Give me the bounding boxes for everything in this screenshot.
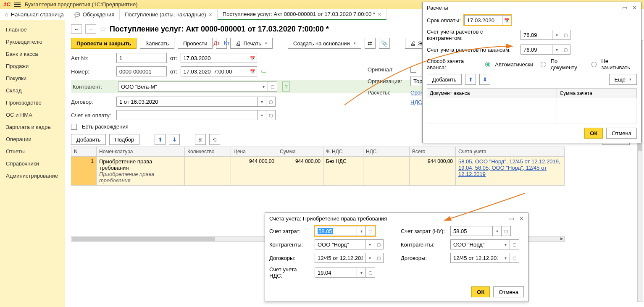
open-icon[interactable]: ▢: [374, 253, 384, 263]
add-row-button[interactable]: Добавить: [71, 134, 106, 145]
move-up-button[interactable]: ⬆: [465, 74, 476, 85]
dropdown-icon[interactable]: ▾: [257, 110, 266, 120]
dropdown-icon[interactable]: ▾: [365, 253, 374, 263]
open-icon[interactable]: ▢: [510, 253, 519, 263]
open-icon[interactable]: ▢: [266, 97, 276, 107]
col-setoff-amount[interactable]: Сумма зачета: [557, 89, 637, 98]
tab-receipts[interactable]: Поступление (акты, накладные)×: [120, 9, 218, 20]
calendar-icon[interactable]: 📅: [502, 15, 511, 25]
attach-button[interactable]: 📎: [379, 38, 390, 49]
copy-button[interactable]: ⎘: [195, 134, 206, 145]
print-button[interactable]: 🖨Печать: [230, 38, 273, 49]
cell-qty[interactable]: [185, 157, 231, 186]
col-total[interactable]: Всего: [410, 147, 456, 157]
close-icon[interactable]: ×: [209, 11, 212, 18]
move-up-button[interactable]: ⬆: [155, 134, 166, 145]
col-accounts[interactable]: Счета учета: [456, 147, 565, 157]
cell-price[interactable]: 944 000,00: [231, 157, 277, 186]
act-number-input[interactable]: [116, 53, 167, 63]
contract-input[interactable]: [116, 97, 257, 107]
dropdown-icon[interactable]: ▾: [259, 81, 268, 92]
cell-sum[interactable]: 944 000,00: [277, 157, 323, 186]
calendar-icon[interactable]: 📅: [248, 66, 257, 76]
sidebar-item[interactable]: Отчеты: [0, 145, 65, 157]
add-advance-button[interactable]: Добавить: [427, 74, 462, 85]
sidebar-item[interactable]: Главное: [0, 24, 65, 36]
open-icon[interactable]: ▢: [561, 45, 570, 55]
pick-button[interactable]: Подбор: [109, 134, 139, 145]
sidebar-item[interactable]: Администрирование: [0, 170, 65, 182]
table-row[interactable]: 1 Приобретение права требования Приобрет…: [71, 157, 565, 186]
dropdown-icon[interactable]: ▾: [357, 268, 366, 278]
dtkt-button[interactable]: ДтКт: [216, 38, 227, 49]
received-checkbox[interactable]: [410, 67, 416, 73]
discrepancy-checkbox[interactable]: [71, 124, 77, 130]
col-sum[interactable]: Сумма: [277, 147, 323, 157]
tab-home[interactable]: Начальная страница: [0, 9, 69, 20]
cell-nomen[interactable]: Приобретение права требования Приобретен…: [97, 157, 185, 186]
more-button[interactable]: Еще: [609, 74, 637, 85]
dropdown-icon[interactable]: ▾: [552, 30, 561, 40]
tab-document[interactable]: Поступление услуг: Акт 0000-000001 от 17…: [218, 9, 386, 20]
open-icon[interactable]: ▢: [561, 30, 570, 40]
vat-account-input[interactable]: [315, 268, 357, 278]
col-price[interactable]: Цена: [231, 147, 277, 157]
post-and-close-button[interactable]: Провести и закрыть: [71, 38, 137, 49]
contract-nu-input[interactable]: [450, 253, 501, 263]
close-icon[interactable]: ×: [378, 11, 381, 18]
ok-button[interactable]: ОК: [584, 128, 603, 139]
radio-none[interactable]: [591, 62, 597, 67]
counterparty-nu-input[interactable]: [450, 239, 501, 249]
col-vatrate[interactable]: % НДС: [323, 147, 363, 157]
create-based-on-button[interactable]: Создать на основании: [288, 38, 361, 49]
number-input[interactable]: [116, 66, 167, 76]
number-datetime-input[interactable]: [181, 66, 248, 76]
sidebar-item[interactable]: ОС и НМА: [0, 109, 65, 121]
menu-button[interactable]: [14, 3, 21, 7]
favorite-icon[interactable]: ☆: [100, 24, 106, 34]
save-button[interactable]: Записать: [140, 38, 174, 49]
maximize-icon[interactable]: ▭: [509, 215, 514, 222]
settlement-account-input[interactable]: [520, 30, 552, 40]
cost-account-input[interactable]: 58.05: [315, 226, 357, 236]
radio-by-document[interactable]: [541, 62, 546, 67]
dropdown-icon[interactable]: ▾: [501, 253, 510, 263]
dropdown-icon[interactable]: ▾: [492, 226, 502, 236]
cell-accounts[interactable]: 58.05, ООО "Норд", 12/45 от 12.12.2019, …: [456, 157, 565, 186]
paste-button[interactable]: ⎗: [209, 134, 220, 145]
dropdown-icon[interactable]: ▾: [257, 97, 266, 107]
cost-account-nu-input[interactable]: [450, 226, 492, 236]
contract-input[interactable]: [315, 253, 365, 263]
cell-vat[interactable]: [363, 157, 410, 186]
maximize-icon[interactable]: ▭: [622, 5, 627, 11]
calendar-icon[interactable]: 📅: [248, 53, 257, 63]
cancel-button[interactable]: Отмена: [606, 128, 637, 139]
col-n[interactable]: N: [71, 147, 97, 157]
tab-chat[interactable]: Обсуждения: [69, 9, 120, 20]
radio-auto[interactable]: [485, 62, 490, 67]
nav-forward-button[interactable]: →: [85, 24, 96, 34]
counterparty-input[interactable]: [315, 239, 365, 249]
open-icon[interactable]: ▢: [502, 226, 511, 236]
open-icon[interactable]: ▢: [374, 239, 384, 249]
sidebar-item[interactable]: Банк и касса: [0, 48, 65, 60]
sidebar-item[interactable]: Зарплата и кадры: [0, 121, 65, 133]
nav-back-button[interactable]: ←: [71, 24, 82, 34]
sidebar-item[interactable]: Покупки: [0, 72, 65, 84]
col-advance-doc[interactable]: Документ аванса: [427, 89, 557, 98]
move-down-button[interactable]: ⬇: [169, 134, 180, 145]
close-icon[interactable]: ✕: [519, 215, 524, 222]
post-button[interactable]: Провести: [178, 38, 213, 49]
col-nomen[interactable]: Номенклатура: [97, 147, 185, 157]
dropdown-icon[interactable]: ▾: [365, 239, 374, 249]
dropdown-icon[interactable]: ▾: [357, 226, 366, 236]
invoice-input[interactable]: [116, 110, 257, 120]
open-icon[interactable]: ▢: [510, 239, 519, 249]
advance-account-input[interactable]: [520, 45, 552, 55]
dropdown-icon[interactable]: ▾: [501, 239, 510, 249]
open-icon[interactable]: ▢: [266, 110, 276, 120]
cell-total[interactable]: 944 000,00: [410, 157, 456, 186]
act-date-input[interactable]: [181, 53, 248, 63]
counterparty-input[interactable]: [118, 81, 259, 92]
col-vat[interactable]: НДС: [363, 147, 410, 157]
